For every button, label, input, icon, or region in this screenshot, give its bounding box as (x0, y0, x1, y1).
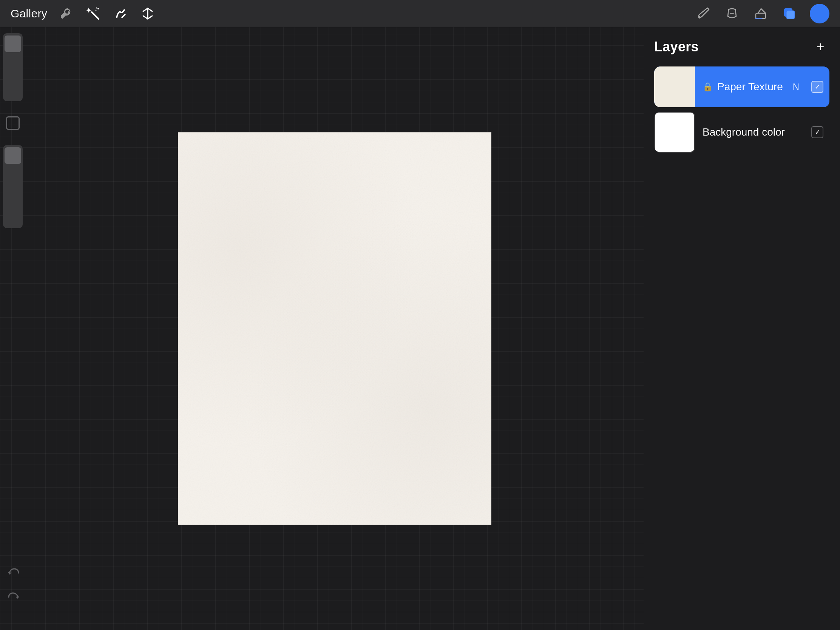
layer-thumbnail-background-color (654, 112, 695, 153)
left-sidebar (0, 27, 26, 630)
undo-redo-controls (4, 564, 24, 607)
square-shape-icon (6, 116, 20, 130)
canvas-area[interactable] (26, 27, 644, 630)
layer-item-background-color[interactable]: Background color ✓ (654, 112, 829, 153)
layer-name-background-color: Background color (703, 126, 804, 138)
top-toolbar: Gallery (0, 0, 840, 27)
gallery-button[interactable]: Gallery (11, 7, 47, 20)
opacity-slider[interactable] (3, 145, 23, 228)
drawing-canvas[interactable] (178, 132, 491, 525)
transform-icon[interactable] (139, 5, 156, 22)
svg-point-1 (98, 8, 99, 9)
smudge-icon[interactable] (724, 5, 740, 22)
layers-icon[interactable] (781, 5, 798, 22)
eraser-icon[interactable] (752, 5, 769, 22)
layer-thumbnail-paper-texture (654, 66, 695, 107)
layer-checkbox-background-color[interactable]: ✓ (811, 126, 823, 138)
layer-mode-paper-texture: N (793, 82, 799, 92)
layer-info-paper-texture: 🔒 Paper Texture N (695, 81, 811, 93)
thumb-paper-texture (654, 66, 695, 107)
add-layer-button[interactable]: + (811, 38, 829, 56)
layer-checkbox-paper-texture[interactable]: ✓ (811, 81, 823, 93)
undo-button[interactable] (4, 564, 24, 583)
opacity-control (3, 145, 23, 228)
wrench-icon[interactable] (58, 5, 74, 22)
svg-point-2 (96, 9, 97, 11)
toolbar-right (695, 4, 829, 24)
brush-icon[interactable] (695, 5, 712, 22)
layer-info-background-color: Background color (695, 126, 811, 138)
layer-name-paper-texture: Paper Texture (717, 81, 790, 93)
color-picker-button[interactable] (810, 4, 829, 24)
redo-button[interactable] (4, 588, 24, 607)
opacity-thumb (5, 147, 21, 164)
toolbar-left: Gallery (11, 5, 695, 22)
layer-lock-icon: 🔒 (703, 82, 713, 92)
layers-header: Layers + (654, 38, 829, 56)
thumb-background-color (655, 112, 694, 152)
selection-icon[interactable] (3, 113, 23, 133)
stylize-icon[interactable] (112, 5, 129, 22)
svg-rect-5 (756, 13, 766, 19)
svg-line-0 (92, 12, 99, 19)
checkmark-background-color: ✓ (815, 129, 820, 136)
layer-item-paper-texture[interactable]: 🔒 Paper Texture N ✓ (654, 66, 829, 107)
layers-title: Layers (654, 39, 699, 55)
brush-size-control (3, 33, 23, 101)
brush-size-slider[interactable] (3, 33, 23, 101)
svg-point-4 (698, 16, 701, 19)
magic-wand-icon[interactable] (85, 5, 102, 22)
layers-panel: Layers + 🔒 Paper Texture N ✓ Background … (644, 27, 840, 630)
svg-rect-8 (786, 11, 795, 19)
brush-size-thumb (5, 35, 21, 52)
checkmark-paper-texture: ✓ (815, 84, 820, 90)
svg-point-3 (96, 7, 98, 8)
